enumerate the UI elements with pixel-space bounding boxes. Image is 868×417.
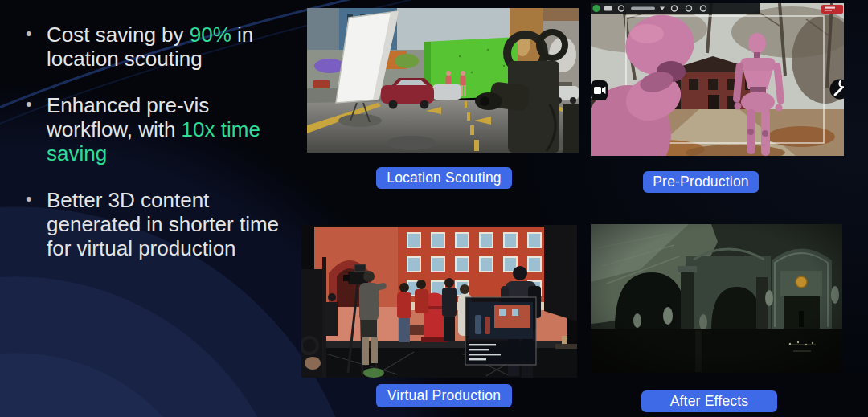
- bullet-highlight: 90%: [190, 22, 231, 47]
- label-pre-production[interactable]: Pre-Production: [643, 171, 759, 193]
- record-badge[interactable]: [821, 5, 843, 14]
- image-location-scouting: [307, 8, 579, 153]
- bullet-item: Better 3D content generated in shorter t…: [24, 188, 283, 260]
- previz-toolbar[interactable]: [591, 3, 760, 14]
- slide: Cost saving by 90% in location scouting …: [0, 0, 868, 417]
- label-location-scouting[interactable]: Location Scouting: [376, 167, 512, 189]
- label-virtual-production[interactable]: Virtual Production: [376, 384, 512, 407]
- bullet-list: Cost saving by 90% in location scouting …: [24, 22, 283, 283]
- flag-icon[interactable]: [604, 6, 612, 11]
- label-after-effects[interactable]: After Effects: [641, 390, 777, 412]
- bullet-item: Enhanced pre-vis workflow, with 10x time…: [24, 93, 283, 166]
- bullet-text: Cost saving by: [47, 22, 190, 47]
- studio-black-panel: [544, 225, 577, 321]
- image-pre-production: [591, 3, 844, 156]
- bullet-text: Better 3D content generated in shorter t…: [47, 188, 279, 260]
- vignette: [591, 224, 842, 373]
- image-after-effects: [591, 224, 842, 373]
- preview-monitor-overlay: [465, 297, 536, 365]
- preset-selector[interactable]: [631, 7, 655, 10]
- green-status-dot: [593, 5, 600, 12]
- video-camera-icon: [594, 87, 601, 94]
- image-virtual-production: [301, 225, 577, 378]
- camera-panel-button[interactable]: [591, 80, 608, 100]
- bullet-item: Cost saving by 90% in location scouting: [24, 22, 283, 71]
